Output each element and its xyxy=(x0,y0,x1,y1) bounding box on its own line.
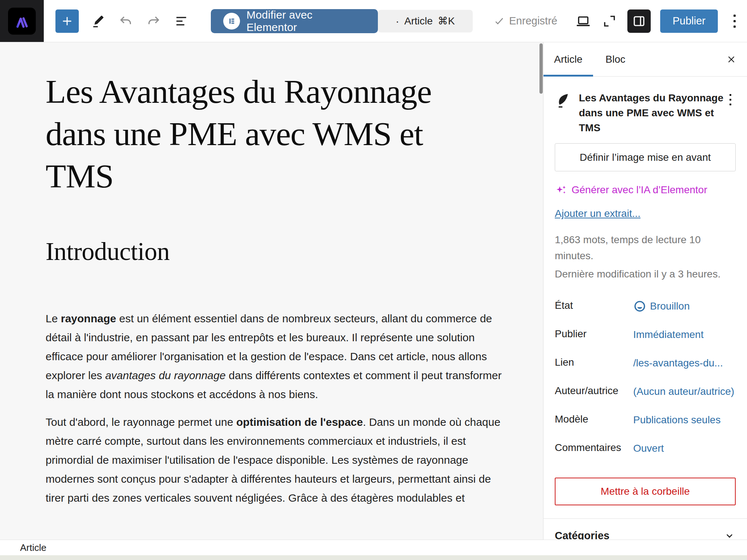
site-logo-button[interactable] xyxy=(0,0,44,42)
draft-status-icon xyxy=(633,300,646,313)
publish-value-text: Immédiatement xyxy=(633,327,704,342)
author-value-text: (Aucun auteur/autrice) xyxy=(633,384,734,399)
plus-icon xyxy=(61,15,73,27)
last-modified-text: Dernière modification il y a 3 heures. xyxy=(555,266,736,282)
edit-with-elementor-button[interactable]: Modifier avec Elementor xyxy=(211,9,378,33)
post-settings-rows: État Brouillon Publier Immédiatement Lie… xyxy=(555,299,736,456)
paragraph-2[interactable]: Tout d'abord, le rayonnage permet une op… xyxy=(46,413,510,508)
expand-icon xyxy=(602,13,617,29)
p2-bold: optimisation de l'espace xyxy=(236,416,363,428)
pencil-icon xyxy=(91,14,105,28)
chevron-down-icon xyxy=(723,529,736,540)
row-comments: Commentaires Ouvert xyxy=(555,441,736,456)
sidebar-tabbar: Article Bloc xyxy=(543,42,747,77)
post-card-options-button[interactable] xyxy=(725,94,736,105)
close-icon xyxy=(726,54,737,65)
sidebar-body: Les Avantages du Rayonnage dans une PME … xyxy=(543,77,747,540)
row-status-label: État xyxy=(555,299,633,311)
word-count-text: 1,863 mots, temps de lecture 10 minutes. xyxy=(555,232,736,264)
laptop-icon xyxy=(576,13,591,29)
row-status-value[interactable]: Brouillon xyxy=(633,299,736,314)
row-link-label: Lien xyxy=(555,356,633,368)
row-author-value[interactable]: (Aucun auteur/autrice) xyxy=(633,384,736,399)
row-publish: Publier Immédiatement xyxy=(555,327,736,342)
add-excerpt-link[interactable]: Ajouter un extrait... xyxy=(555,208,640,219)
categories-panel-toggle[interactable]: Catégories xyxy=(555,519,736,540)
site-logo xyxy=(8,8,36,35)
post-type-icon xyxy=(555,92,571,109)
heading-introduction[interactable]: Introduction xyxy=(46,237,543,266)
close-sidebar-button[interactable] xyxy=(716,42,747,76)
status-value-text: Brouillon xyxy=(650,299,690,314)
post-title[interactable]: Les Avantages du Rayonnage dans une PME … xyxy=(46,71,472,198)
row-link: Lien /les-avantages-du... xyxy=(555,356,736,370)
edit-with-elementor-label: Modifier avec Elementor xyxy=(247,9,365,34)
breadcrumb-bar: Article xyxy=(0,540,747,555)
sidebar-scrollbar[interactable] xyxy=(539,43,543,94)
editor-canvas[interactable]: Les Avantages du Rayonnage dans une PME … xyxy=(0,42,543,540)
comments-value-text: Ouvert xyxy=(633,441,664,456)
p1-bold: rayonnage xyxy=(61,312,116,324)
site-logo-icon xyxy=(12,12,31,31)
sidebar-panel-icon xyxy=(632,14,646,28)
window-bottom-strip xyxy=(0,555,747,560)
paragraph-1[interactable]: Le rayonnage est un élément essentiel da… xyxy=(46,309,510,404)
toolbar-left-group xyxy=(55,9,190,33)
generate-with-ai-label: Générer avec l’IA d’Elementor xyxy=(572,184,707,196)
row-template-value[interactable]: Publications seules xyxy=(633,413,736,427)
breadcrumb[interactable]: Article xyxy=(20,542,46,553)
redo-button[interactable] xyxy=(145,13,162,30)
options-menu-button[interactable] xyxy=(727,9,742,33)
undo-button[interactable] xyxy=(117,13,134,30)
check-icon xyxy=(493,15,506,27)
categories-panel-label: Catégories xyxy=(555,530,609,540)
template-value-text: Publications seules xyxy=(633,413,721,427)
saved-label: Enregistré xyxy=(509,15,557,27)
generate-with-ai-link[interactable]: Générer avec l’IA d’Elementor xyxy=(555,184,736,196)
post-summary-card: Les Avantages du Rayonnage dans une PME … xyxy=(555,77,736,135)
command-palette-shortcut: ⌘K xyxy=(438,15,455,27)
set-featured-image-button[interactable]: Définir l’image mise en avant xyxy=(555,143,736,171)
row-status: État Brouillon xyxy=(555,299,736,314)
settings-panel-toggle[interactable] xyxy=(627,9,651,33)
p1-text: Le xyxy=(46,312,61,324)
undo-icon xyxy=(119,14,133,28)
sparkle-icon xyxy=(555,184,567,196)
move-to-trash-button[interactable]: Mettre à la corbeille xyxy=(555,478,736,505)
post-card-title[interactable]: Les Avantages du Rayonnage dans une PME … xyxy=(579,90,725,135)
document-overview-button[interactable] xyxy=(173,13,190,30)
command-palette-button[interactable]: · Article ⌘K xyxy=(378,10,473,32)
row-author-label: Auteur/autrice xyxy=(555,384,633,397)
saved-status: Enregistré xyxy=(493,15,557,27)
p2-text: Tout d'abord, le rayonnage permet une xyxy=(46,416,236,428)
row-template-label: Modèle xyxy=(555,413,633,425)
post-content: Les Avantages du Rayonnage dans une PME … xyxy=(0,42,543,508)
tab-block[interactable]: Bloc xyxy=(593,42,638,76)
tools-button[interactable] xyxy=(90,13,107,30)
row-publish-value[interactable]: Immédiatement xyxy=(633,327,736,342)
row-link-value[interactable]: /les-avantages-du... xyxy=(633,356,736,370)
tab-post[interactable]: Article xyxy=(543,42,593,76)
elementor-logo-icon xyxy=(223,13,240,30)
command-palette-title: Article xyxy=(405,15,433,27)
row-comments-label: Commentaires xyxy=(555,441,633,454)
block-inserter-button[interactable] xyxy=(55,9,79,33)
p2-text: . Dans un monde où chaque mètre carré co… xyxy=(46,416,500,504)
row-comments-value[interactable]: Ouvert xyxy=(633,441,736,456)
fullscreen-button[interactable] xyxy=(601,13,618,30)
row-author: Auteur/autrice (Aucun auteur/autrice) xyxy=(555,384,736,399)
publish-button[interactable]: Publier xyxy=(660,9,718,33)
row-template: Modèle Publications seules xyxy=(555,413,736,427)
settings-sidebar: Article Bloc Les Avantages du Rayonnage … xyxy=(543,42,747,540)
redo-icon xyxy=(146,14,161,28)
list-view-icon xyxy=(174,14,189,28)
command-palette-dot: · xyxy=(396,15,399,27)
toolbar-right-icons xyxy=(575,9,651,33)
p1-italic: avantages du rayonnage xyxy=(105,369,225,381)
row-publish-label: Publier xyxy=(555,327,633,340)
preview-button[interactable] xyxy=(575,13,592,30)
editor-toolbar: Modifier avec Elementor · Article ⌘K Enr… xyxy=(0,0,747,42)
link-value-text: /les-avantages-du... xyxy=(633,356,723,370)
